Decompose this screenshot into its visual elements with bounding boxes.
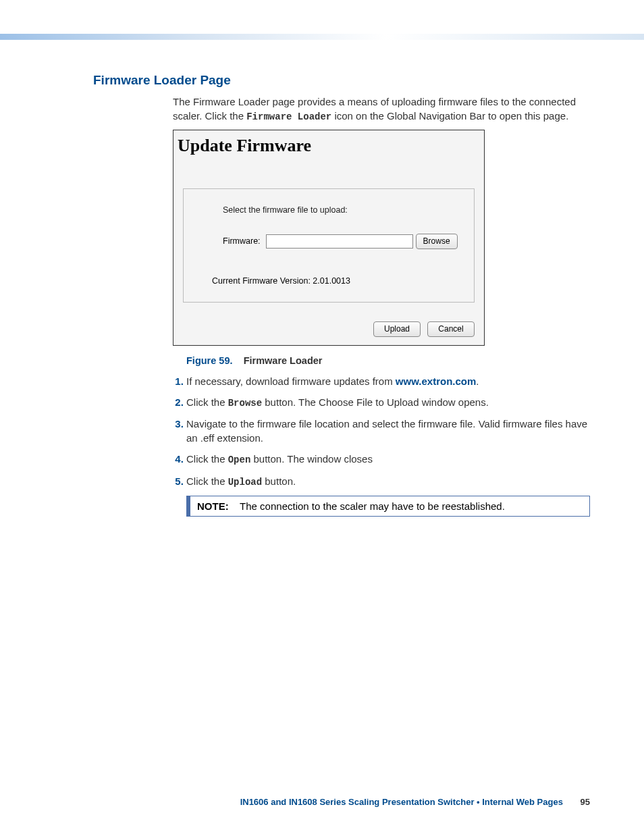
step-2: Click the Browse button. The Choose File… (186, 395, 590, 411)
footer-title: IN1606 and IN1608 Series Scaling Present… (240, 797, 563, 807)
note-label: NOTE: (197, 500, 229, 512)
firmware-loader-screenshot: Update Firmware Select the firmware file… (173, 130, 485, 346)
screenshot-footer: Upload Cancel (173, 315, 484, 345)
cancel-button[interactable]: Cancel (427, 321, 475, 337)
firmware-field-row: Firmware: Browse (192, 234, 466, 249)
upload-button[interactable]: Upload (373, 321, 421, 337)
step-5b: button. (262, 475, 296, 487)
step-1b: . (476, 375, 479, 387)
steps-list: If necessary, download firmware updates … (173, 374, 590, 490)
top-gradient-bar (0, 34, 644, 40)
intro-text-b: icon on the Global Navigation Bar to ope… (331, 110, 568, 122)
figure-title: Firmware Loader (244, 355, 323, 366)
firmware-field-label: Firmware: (223, 236, 261, 246)
current-version-label: Current Firmware Version: 2.01.0013 (192, 276, 466, 286)
page-number: 95 (581, 797, 590, 807)
upload-panel: Select the firmware file to upload: Firm… (183, 188, 475, 303)
step-5a: Click the (186, 475, 228, 487)
screenshot-title: Update Firmware (173, 130, 484, 161)
intro-mono: Firmware Loader (246, 111, 331, 122)
step-4b: button. The window closes (250, 453, 373, 465)
step-4: Click the Open button. The window closes (186, 452, 590, 467)
step-2b: button. The Choose File to Upload window… (262, 396, 489, 408)
main-content: Firmware Loader Page The Firmware Loader… (93, 73, 590, 517)
step-3: Navigate to the firmware file location a… (186, 417, 590, 445)
step-4a: Click the (186, 453, 228, 465)
note-text: The connection to the scaler may have to… (240, 500, 505, 512)
browse-button[interactable]: Browse (416, 234, 458, 249)
step-5-mono: Upload (228, 477, 262, 488)
extron-link[interactable]: www.extron.com (396, 375, 476, 387)
select-file-label: Select the firmware file to upload: (192, 205, 466, 215)
step-1: If necessary, download firmware updates … (186, 374, 590, 388)
note-box: NOTE: The connection to the scaler may h… (186, 496, 590, 517)
intro-paragraph: The Firmware Loader page provides a mean… (173, 95, 590, 124)
step-5: Click the Upload button. (186, 474, 590, 490)
firmware-file-input[interactable] (266, 234, 413, 249)
step-2a: Click the (186, 396, 228, 408)
step-4-mono: Open (228, 454, 251, 465)
section-heading: Firmware Loader Page (93, 73, 590, 88)
step-1a: If necessary, download firmware updates … (186, 375, 396, 387)
page-footer: IN1606 and IN1608 Series Scaling Present… (0, 797, 590, 807)
figure-number: Figure 59. (186, 355, 233, 366)
step-2-mono: Browse (228, 398, 262, 409)
figure-caption: Figure 59. Firmware Loader (186, 355, 590, 366)
